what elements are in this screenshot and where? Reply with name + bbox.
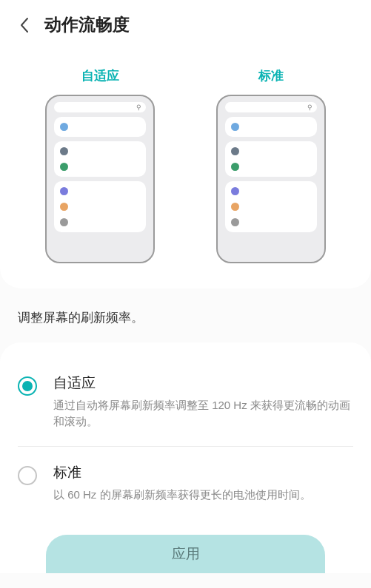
section-subheading: 调整屏幕的刷新频率。: [0, 288, 371, 342]
option-title: 自适应: [53, 374, 353, 393]
dot-icon: [60, 203, 68, 211]
dot-icon: [231, 163, 239, 171]
back-icon[interactable]: [15, 16, 34, 35]
option-body: 自适应 通过自动将屏幕刷新频率调整至 120 Hz 来获得更流畅的动画和滚动。: [53, 374, 353, 430]
dot-icon: [231, 123, 239, 131]
option-body: 标准 以 60 Hz 的屏幕刷新频率获得更长的电池使用时间。: [53, 463, 353, 503]
magnifier-icon: ⚲: [307, 104, 312, 111]
dot-icon: [231, 203, 239, 211]
dot-icon: [60, 147, 68, 155]
option-desc: 通过自动将屏幕刷新频率调整至 120 Hz 来获得更流畅的动画和滚动。: [53, 397, 353, 430]
option-title: 标准: [53, 463, 353, 482]
dot-icon: [60, 123, 68, 131]
dot-icon: [231, 147, 239, 155]
page-title: 动作流畅度: [44, 13, 130, 36]
dot-icon: [231, 218, 239, 226]
magnifier-icon: ⚲: [136, 104, 141, 111]
card: [54, 117, 146, 137]
card: [225, 117, 317, 137]
preview-adaptive[interactable]: 自适应 ⚲: [19, 67, 182, 263]
preview-label-standard: 标准: [258, 67, 284, 84]
card: [54, 141, 146, 177]
search-bar-icon: ⚲: [54, 102, 146, 112]
preview-standard[interactable]: 标准 ⚲: [189, 67, 352, 263]
preview-panel: 自适应 ⚲ 标准 ⚲: [0, 47, 371, 288]
option-standard[interactable]: 标准 以 60 Hz 的屏幕刷新频率获得更长的电池使用时间。: [18, 446, 353, 519]
options-list: 自适应 通过自动将屏幕刷新频率调整至 120 Hz 来获得更流畅的动画和滚动。 …: [0, 342, 371, 573]
phone-illustration-adaptive: ⚲: [45, 95, 155, 263]
option-adaptive[interactable]: 自适应 通过自动将屏幕刷新频率调整至 120 Hz 来获得更流畅的动画和滚动。: [18, 357, 353, 446]
option-desc: 以 60 Hz 的屏幕刷新频率获得更长的电池使用时间。: [53, 487, 353, 503]
apply-wrap: 应用: [18, 518, 353, 573]
card: [54, 181, 146, 232]
apply-button[interactable]: 应用: [46, 535, 325, 573]
card: [225, 141, 317, 177]
dot-icon: [60, 187, 68, 195]
phone-illustration-standard: ⚲: [216, 95, 326, 263]
dot-icon: [60, 218, 68, 226]
radio-standard[interactable]: [18, 466, 37, 485]
header: 动作流畅度: [0, 0, 371, 47]
dot-icon: [231, 187, 239, 195]
radio-adaptive[interactable]: [18, 376, 37, 396]
card: [225, 181, 317, 232]
dot-icon: [60, 163, 68, 171]
search-bar-icon: ⚲: [225, 102, 317, 112]
preview-label-adaptive: 自适应: [81, 67, 119, 84]
